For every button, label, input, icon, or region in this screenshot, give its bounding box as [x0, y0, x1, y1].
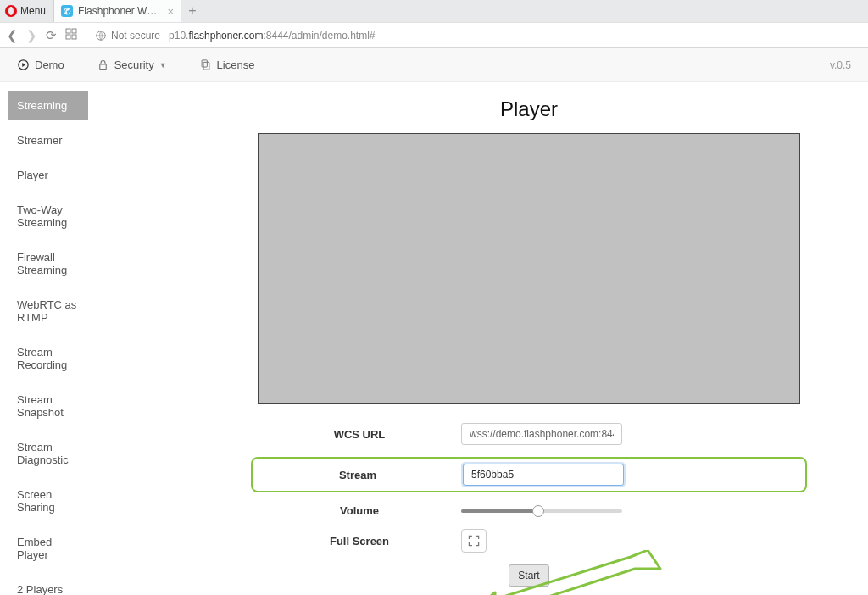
svg-rect-7 [99, 64, 106, 70]
sidebar-item-two-way[interactable]: Two-Way Streaming [8, 195, 88, 237]
play-circle-icon [17, 58, 30, 71]
opera-menu-button[interactable]: Menu [0, 0, 54, 22]
browser-chrome: Menu ✆ Flashphoner Web Call Serv… × + ❮ … [0, 0, 868, 48]
nav-security[interactable]: Security ▼ [97, 58, 167, 71]
sidebar-item-streamer[interactable]: Streamer [8, 125, 88, 155]
player-form: WCS URL Stream Volume Full Screen [258, 423, 800, 587]
start-button[interactable]: Start [509, 564, 549, 587]
svg-rect-0 [66, 29, 70, 33]
svg-rect-3 [72, 35, 76, 39]
tab-close-icon[interactable]: × [167, 6, 174, 17]
sidebar-item-streaming[interactable]: Streaming [8, 91, 88, 120]
browser-tab[interactable]: ✆ Flashphoner Web Call Serv… × [54, 0, 181, 22]
sidebar-item-snapshot[interactable]: Stream Snapshot [8, 385, 88, 427]
sidebar-item-webrtc-rtmp[interactable]: WebRTC as RTMP [8, 290, 88, 332]
sidebar-item-2players[interactable]: 2 Players [8, 575, 88, 595]
svg-rect-1 [72, 29, 76, 33]
site-info-button[interactable]: Not secure [95, 30, 160, 42]
row-start: Start [258, 564, 800, 587]
fullscreen-button[interactable] [461, 529, 487, 553]
copy-icon [199, 58, 212, 71]
row-fullscreen: Full Screen [258, 529, 800, 553]
sidebar-item-diagnostic[interactable]: Stream Diagnostic [8, 432, 88, 475]
nav-license-label: License [217, 58, 255, 71]
reload-button[interactable]: ⟳ [46, 28, 57, 43]
opera-logo-icon [5, 5, 17, 17]
nav-security-label: Security [114, 58, 154, 71]
nav-demo-label: Demo [35, 58, 64, 71]
not-secure-label: Not secure [111, 30, 160, 42]
volume-thumb[interactable] [532, 505, 544, 517]
svg-rect-8 [202, 60, 207, 67]
url-text[interactable]: p10.flashphoner.com:8444/admin/demo.html… [169, 30, 376, 42]
tab-bar: Menu ✆ Flashphoner Web Call Serv… × + [0, 0, 868, 22]
volume-fill [461, 509, 538, 513]
sidebar-item-screen-sharing[interactable]: Screen Sharing [8, 480, 88, 522]
volume-label: Volume [258, 504, 461, 517]
back-button[interactable]: ❮ [7, 28, 18, 43]
sidebar-item-recording[interactable]: Stream Recording [8, 337, 88, 380]
sidebar-item-embed[interactable]: Embed Player [8, 527, 88, 570]
nav-demo[interactable]: Demo [17, 58, 64, 71]
sidebar-item-player[interactable]: Player [8, 160, 88, 190]
app-header: Demo Security ▼ License v.0.5 [0, 48, 868, 82]
row-wcs-url: WCS URL [258, 423, 800, 445]
tab-favicon-icon: ✆ [61, 5, 73, 17]
nav-license[interactable]: License [199, 58, 255, 71]
row-stream: Stream [251, 457, 807, 492]
lock-icon [97, 58, 109, 71]
sidebar-item-firewall[interactable]: Firewall Streaming [8, 242, 88, 285]
page-title: Player [258, 97, 800, 121]
wcs-url-label: WCS URL [258, 428, 461, 441]
svg-rect-9 [203, 62, 209, 70]
wcs-url-input[interactable] [461, 423, 622, 445]
fullscreen-icon [468, 535, 480, 547]
volume-slider[interactable] [461, 509, 622, 513]
tab-title: Flashphoner Web Call Serv… [78, 5, 162, 17]
new-tab-button[interactable]: + [181, 3, 203, 19]
chevron-down-icon: ▼ [159, 61, 167, 70]
svg-marker-6 [22, 63, 25, 67]
sidebar: Streaming Streamer Player Two-Way Stream… [0, 82, 97, 595]
address-bar: ❮ ❯ ⟳ Not secure p10.flashphoner.com:844… [0, 22, 868, 47]
video-player-area [258, 133, 800, 404]
main-content: Player WCS URL Stream Volume [97, 82, 868, 595]
globe-icon [95, 30, 107, 42]
row-volume: Volume [258, 504, 800, 517]
speed-dial-icon[interactable] [65, 28, 77, 42]
version-label: v.0.5 [830, 59, 851, 71]
svg-rect-2 [66, 35, 70, 39]
stream-label: Stream [253, 469, 463, 481]
opera-menu-label: Menu [20, 5, 46, 17]
stream-input[interactable] [463, 464, 624, 486]
fullscreen-label: Full Screen [258, 535, 461, 548]
forward-button[interactable]: ❯ [26, 28, 37, 43]
